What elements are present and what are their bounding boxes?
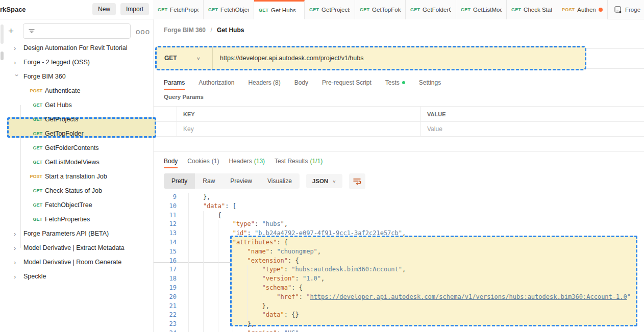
indent-guide [247, 284, 262, 293]
response-tab-headers[interactable]: Headers(13) [229, 154, 265, 169]
code-token: "schema" [262, 284, 291, 291]
response-tab-cookies[interactable]: Cookies(1) [187, 154, 219, 169]
new-button[interactable]: New [92, 3, 116, 15]
code-token: , [317, 248, 321, 255]
tab-tests[interactable]: Tests [385, 74, 405, 91]
tab-body[interactable]: Body [294, 74, 308, 91]
sidebar-item-fetchproperties[interactable]: GETFetchProperties [0, 212, 153, 226]
chevron-right-icon[interactable]: › [14, 59, 20, 66]
sidebar-item-check-status-of-job[interactable]: GETCheck Status of Job [0, 184, 153, 198]
url-input[interactable]: https://developer.api.autodesk.com/proje… [213, 55, 363, 62]
chevron-right-icon[interactable]: › [14, 259, 20, 266]
line-number: 9 [154, 193, 177, 202]
environment-selector[interactable]: Froge B [608, 0, 644, 19]
view-mode-raw[interactable]: Raw [195, 173, 222, 189]
chevron-right-icon[interactable]: › [14, 273, 20, 280]
key-input[interactable]: Key [183, 125, 194, 133]
filter-input[interactable] [23, 23, 131, 39]
sidebar-item-start-a-translation-job[interactable]: POSTStart a translation Job [0, 169, 153, 184]
code-link[interactable]: https://developer.api.autodesk.com/schem… [310, 293, 627, 300]
top-bar: rkSpace New Import GETFetchPropeGETFetch… [0, 0, 644, 19]
method-select[interactable]: GET ∨ [157, 47, 213, 69]
tab-label: GetTopFold [372, 7, 401, 13]
code-token: "US" [284, 329, 299, 332]
tab-getlistmod[interactable]: GETGetListMod [456, 0, 507, 19]
tab-getprojects[interactable]: GETGetProjects [305, 0, 355, 19]
tab-authorization[interactable]: Authorization [199, 74, 234, 91]
indent-guide [233, 302, 247, 311]
more-options-icon[interactable]: ooo [136, 27, 150, 36]
tab-headers-8-[interactable]: Headers (8) [248, 74, 280, 91]
chevron-right-icon[interactable]: › [14, 44, 20, 52]
code-line: 18"version": "1.0", [154, 274, 644, 284]
method-badge: GET [461, 7, 470, 12]
indent-guide [233, 293, 247, 302]
environment-label: Froge B [625, 7, 641, 13]
row-select-column [154, 107, 177, 121]
request-panel: Forge BIM 360 / Get Hubs GET ∨ https://d… [153, 19, 644, 332]
tab-get-hubs[interactable]: GETGet Hubs [254, 0, 305, 19]
sidebar-folder-forge-bim-360[interactable]: ›Forge BIM 360 [0, 69, 153, 84]
response-view-toolbar: PrettyRawPreviewVisualize JSON ∨ [164, 173, 365, 189]
import-button[interactable]: Import [120, 3, 149, 15]
tab-gettopfold[interactable]: GETGetTopFold [355, 0, 406, 19]
sidebar-folder-speckle[interactable]: ›Speckle [0, 269, 153, 284]
tab-getfolderc[interactable]: GETGetFolderC [406, 0, 456, 19]
sidebar-item-get-hubs[interactable]: GETGet Hubs [0, 98, 153, 112]
tab-pre-request-script[interactable]: Pre-request Script [322, 74, 371, 91]
tab-check-stat[interactable]: GETCheck Stat [507, 0, 557, 19]
breadcrumb-collection[interactable]: Forge BIM 360 [164, 27, 206, 34]
workspace-header: rkSpace New Import [0, 0, 153, 19]
breadcrumb-separator: / [210, 27, 212, 34]
indent-guide [247, 293, 262, 302]
indent-guide [233, 265, 247, 274]
response-tab-test-results[interactable]: Test Results(1/1) [275, 154, 323, 169]
indent-guide [218, 293, 233, 302]
tab-fetchobjec[interactable]: GETFetchObjec [204, 0, 254, 19]
sidebar-folder-model-derivative-room-generate[interactable]: ›Model Derivative | Room Generate [0, 255, 153, 269]
sidebar-item-getfoldercontents[interactable]: GETGetFolderContents [0, 141, 153, 155]
chevron-right-icon[interactable]: › [14, 230, 20, 238]
indent-guide [218, 302, 233, 311]
chevron-right-icon[interactable]: › [14, 244, 20, 252]
code-token: : { [291, 284, 303, 291]
view-mode-visualize[interactable]: Visualize [260, 173, 300, 189]
sidebar-folder-design-automation-for-revit-tutorial[interactable]: ›Design Automation For Revit Tutorial [0, 41, 153, 55]
response-tab-body[interactable]: Body [164, 154, 178, 169]
request-label: GetTopFolder [45, 130, 84, 137]
indent-guide [188, 193, 203, 202]
chevron-down-icon[interactable]: › [13, 74, 21, 80]
tab-params[interactable]: Params [164, 74, 185, 91]
value-input[interactable]: Value [427, 125, 442, 133]
sidebar-item-fetchobjecttree[interactable]: GETFetchObjectTree [0, 198, 153, 212]
code-token: : {} [284, 311, 299, 318]
add-collection-button[interactable]: + [8, 25, 19, 37]
indent-guide [218, 265, 233, 274]
table-row: Key Value [154, 121, 644, 137]
indent-guide [218, 229, 233, 238]
tab-authent[interactable]: POSTAuthent [557, 0, 608, 19]
line-number: 24 [154, 329, 177, 332]
indent-guide [203, 229, 218, 238]
code-token: "attributes" [233, 239, 277, 246]
indent-guide [188, 311, 203, 320]
tab-settings[interactable]: Settings [419, 74, 441, 91]
sidebar-folder-model-derivative-extract-metadata[interactable]: ›Model Derivative | Extract Metadata [0, 241, 153, 255]
method-badge: GET [158, 7, 167, 12]
method-badge: GET [309, 7, 319, 12]
sidebar-item-getlistmodelviews[interactable]: GETGetListModelViews [0, 155, 153, 169]
method-badge: GET [360, 7, 369, 12]
wrap-text-button[interactable] [349, 173, 365, 189]
view-mode-preview[interactable]: Preview [222, 173, 260, 189]
tab-fetchprope[interactable]: GETFetchPrope [153, 0, 204, 19]
format-select[interactable]: JSON ∨ [306, 174, 342, 188]
sidebar-folder-forge-parameters-api-beta-[interactable]: ›Forge Parameters API (BETA) [0, 226, 153, 241]
method-badge: GET [24, 117, 42, 122]
indent-guide [203, 329, 218, 332]
code-token: "hubs" [262, 220, 284, 227]
sidebar-item-authenticate[interactable]: POSTAuthenticate [0, 84, 153, 98]
sidebar-folder-forge-2-legged-oss-[interactable]: ›Forge - 2 legged (OSS) [0, 55, 153, 69]
folder-label: Speckle [23, 273, 46, 280]
view-mode-pretty[interactable]: Pretty [164, 173, 195, 189]
code-line: 22"data": {} [154, 311, 644, 320]
